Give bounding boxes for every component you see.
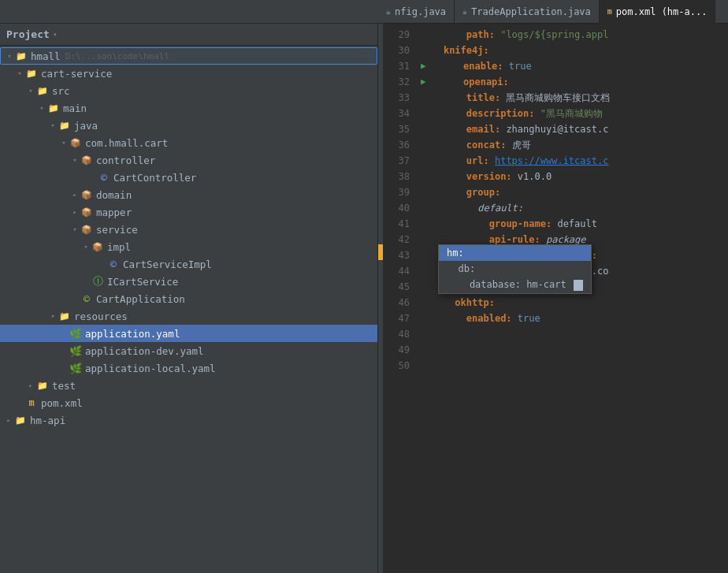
code-line-30: knife4j:: [421, 43, 728, 58]
code-text: group-name: default: [421, 216, 597, 232]
tab-label: nfig.java: [395, 6, 446, 17]
interface-icon-ICartService: Ⓘ: [91, 275, 104, 288]
tree-item-domain[interactable]: 📦 domain: [0, 186, 377, 203]
sidebar-title: Project: [6, 28, 50, 40]
autocomplete-item-database[interactable]: database: hm-cart: [439, 277, 591, 293]
folder-icon-src: 📁: [36, 84, 49, 97]
tab-bar: ☕ nfig.java ☕ TradeApplication.java m po…: [0, 0, 728, 24]
java-icon: ☕: [386, 7, 391, 16]
package-icon-controller: 📦: [80, 154, 93, 166]
tree-label-application-dev-yaml: application-dev.yaml: [85, 345, 204, 357]
tree-item-impl[interactable]: 📦 impl: [0, 238, 377, 255]
arrow-cart-service: [14, 69, 25, 77]
tree-label-com-hmall-cart: com.hmall.cart: [85, 137, 168, 149]
arrow-resources: [47, 312, 58, 320]
tree-item-hmall[interactable]: 📁 hmall D:\...son\code\hmall: [0, 47, 377, 65]
tab-trade-application[interactable]: ☕ TradeApplication.java: [455, 0, 600, 24]
yaml-icon-dev: 🌿: [69, 344, 82, 357]
tree-label-src: src: [52, 85, 70, 97]
tree-label-CartController: CartController: [113, 172, 196, 184]
hmall-path: D:\...son\code\hmall: [65, 51, 169, 61]
tree-label-impl: impl: [107, 241, 131, 253]
tab-label-3: pom.xml (hm-a...: [616, 6, 708, 17]
code-text: enable: true: [429, 58, 532, 74]
tree-label-domain: domain: [96, 189, 132, 201]
code-text: version: v1.0.0: [421, 169, 552, 184]
code-text: path: "logs/${spring.appl: [421, 27, 608, 43]
code-text: email: zhanghuyi@itcast.c: [421, 121, 608, 137]
yaml-icon-application: 🌿: [69, 327, 82, 340]
code-line-37: url: https://www.itcast.c: [421, 153, 728, 169]
code-line-35: email: zhanghuyi@itcast.c: [421, 121, 728, 137]
tree-item-application-yaml[interactable]: 🌿 application.yaml: [0, 325, 377, 342]
tree-item-com-hmall-cart[interactable]: 📦 com.hmall.cart: [0, 134, 377, 151]
code-line-39: group:: [421, 184, 728, 200]
tree-label-CartApplication: CartApplication: [96, 293, 185, 305]
tree-item-service[interactable]: 📦 service: [0, 221, 377, 238]
tree-item-cart-service[interactable]: 📁 cart-service: [0, 65, 377, 82]
folder-icon-cart-service: 📁: [25, 67, 38, 80]
tree-label-test: test: [52, 380, 76, 392]
run-icon-31[interactable]: ▶: [421, 58, 426, 74]
tree-item-pom-xml[interactable]: m pom.xml: [0, 394, 377, 411]
file-tree: 📁 hmall D:\...son\code\hmall 📁 cart-serv…: [0, 46, 377, 430]
arrow-domain: [69, 191, 80, 199]
tree-item-application-dev-yaml[interactable]: 🌿 application-dev.yaml: [0, 342, 377, 359]
arrow-com-hmall-cart: [58, 139, 69, 147]
package-icon-service: 📦: [80, 223, 93, 236]
code-line-34: description: "黑马商城购物: [421, 106, 728, 121]
autocomplete-label-db: db:: [447, 263, 475, 274]
code-line-36: concat: 虎哥: [421, 137, 728, 153]
arrow-java: [47, 121, 58, 129]
code-line-40: default:: [421, 200, 728, 216]
tree-item-CartApplication[interactable]: © CartApplication: [0, 290, 377, 307]
run-icon-32[interactable]: ▶: [421, 74, 426, 90]
code-text: openapi:: [429, 74, 509, 90]
tree-label-pom-xml: pom.xml: [41, 397, 83, 409]
tree-label-hm-api: hm-api: [30, 415, 65, 426]
code-line-32: ▶ openapi:: [421, 74, 728, 90]
tree-item-test[interactable]: 📁 test: [0, 377, 377, 394]
sidebar-header: Project ▾: [0, 24, 377, 46]
java-icon-2: ☕: [462, 7, 467, 16]
tree-item-mapper[interactable]: 📦 mapper: [0, 203, 377, 221]
tree-label-hmall: hmall: [31, 50, 61, 62]
autocomplete-popup[interactable]: hm: db: database: hm-cart: [438, 244, 592, 294]
autocomplete-label-hm: hm:: [447, 247, 464, 259]
code-line-47: enabled: true: [421, 311, 728, 326]
tree-item-ICartService[interactable]: Ⓘ ICartService: [0, 273, 377, 290]
code-text: knife4j:: [421, 43, 489, 58]
code-text: concat: 虎哥: [421, 137, 531, 153]
main-content: Project ▾ 📁 hmall D:\...son\code\hmall 📁…: [0, 24, 728, 573]
xml-icon-pom: m: [25, 396, 38, 409]
tree-item-CartController[interactable]: © CartController: [0, 169, 377, 186]
tree-item-CartServiceImpl[interactable]: © CartServiceImpl: [0, 255, 377, 273]
arrow-controller: [69, 156, 80, 164]
tree-label-resources: resources: [74, 311, 128, 322]
tab-nfig-java[interactable]: ☕ nfig.java: [378, 0, 455, 24]
tree-label-CartServiceImpl: CartServiceImpl: [123, 259, 212, 270]
autocomplete-item-hm[interactable]: hm:: [439, 245, 591, 261]
arrow-src: [25, 87, 36, 95]
tree-item-main[interactable]: 📁 main: [0, 99, 377, 117]
tree-item-resources[interactable]: 📁 resources: [0, 307, 377, 325]
tab-label-2: TradeApplication.java: [471, 6, 591, 17]
tree-item-src[interactable]: 📁 src: [0, 82, 377, 99]
code-text: group:: [421, 184, 500, 200]
arrow-test: [25, 381, 36, 389]
tree-item-application-local-yaml[interactable]: 🌿 application-local.yaml: [0, 359, 377, 377]
code-line-29: path: "logs/${spring.appl: [421, 27, 728, 43]
package-icon-mapper: 📦: [80, 206, 93, 218]
tree-item-controller[interactable]: 📦 controller: [0, 151, 377, 169]
autocomplete-item-db[interactable]: db:: [439, 261, 591, 277]
editor-panel: 29 30 31 32 33 34 35 36 37 38 39 40 41 4…: [378, 24, 728, 573]
sidebar-chevron[interactable]: ▾: [53, 30, 58, 39]
code-text: default:: [421, 200, 523, 216]
tab-pom-xml[interactable]: m pom.xml (hm-a...: [600, 0, 716, 24]
class-icon-CartController: ©: [98, 171, 110, 184]
package-icon-impl: 📦: [91, 240, 104, 253]
tree-item-hm-api[interactable]: 📁 hm-api: [0, 411, 377, 429]
package-icon-com-hmall-cart: 📦: [69, 136, 82, 149]
code-text: okhttp:: [421, 295, 495, 311]
tree-item-java[interactable]: 📁 java: [0, 117, 377, 134]
